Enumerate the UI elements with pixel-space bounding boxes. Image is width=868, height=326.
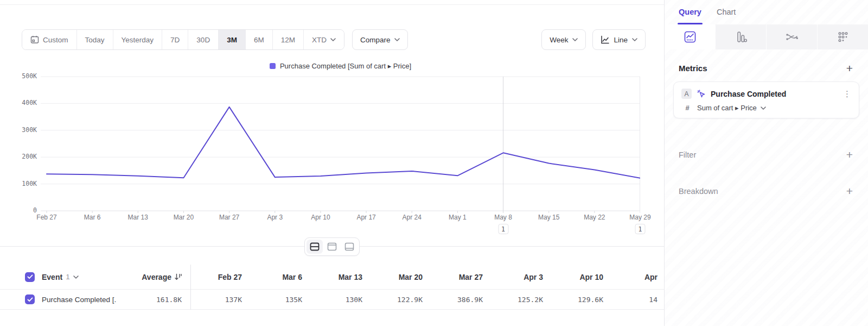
range-label: Custom [43, 36, 68, 44]
range-label: 30D [196, 36, 210, 44]
x-axis-label: Mar 27 [219, 214, 239, 221]
range-12m-button[interactable]: 12M [272, 30, 303, 49]
range-label: XTD [312, 36, 327, 44]
chevron-down-icon [394, 38, 400, 41]
event-count: 1 [66, 273, 70, 281]
filter-title: Filter [679, 151, 696, 159]
table-column-divider [190, 265, 191, 310]
range-custom-button[interactable]: Custom [22, 30, 76, 49]
chart-type-retention-button[interactable] [818, 24, 868, 49]
row-values: 137K 135K 130K 122.9K 386.9K 125.2K 129.… [190, 296, 658, 304]
metric-letter-badge: A [681, 89, 692, 99]
x-axis-label: Mar 20 [174, 214, 194, 221]
metric-card[interactable]: A Purchase Completed ⋮ # Sum of cart ▸ P… [673, 82, 859, 118]
metrics-title: Metrics [679, 64, 707, 73]
x-axis-label: May 15 [538, 214, 559, 221]
average-column-header[interactable]: Average [117, 273, 182, 281]
annotation-badge[interactable]: 1 [498, 224, 508, 234]
event-cursor-icon [697, 89, 706, 98]
breakdown-title: Breakdown [679, 187, 718, 196]
x-axis-label: May 8 [494, 214, 512, 221]
select-all-checkbox[interactable] [25, 272, 35, 282]
row-checkbox[interactable] [25, 294, 35, 304]
range-label: 12M [281, 36, 295, 44]
cell-value: 130K [302, 296, 362, 304]
tab-chart[interactable]: Chart [717, 8, 736, 24]
x-axis-label: Feb 27 [36, 214, 56, 221]
range-xtd-button[interactable]: XTD [303, 30, 344, 49]
retention-icon [837, 31, 849, 43]
aggregation-selector[interactable]: Sum of cart ▸ Price [697, 104, 766, 112]
table-row: Purchase Completed [... 161.8K 137K 135K… [0, 290, 664, 310]
add-breakdown-button[interactable]: + [846, 185, 853, 197]
event-column-header[interactable]: Event 1 [42, 273, 79, 281]
compare-button[interactable]: Compare [352, 29, 409, 50]
aggregation-label: Sum of cart ▸ Price [697, 104, 757, 112]
tab-query[interactable]: Query [679, 8, 701, 24]
range-label: 3M [227, 36, 237, 44]
cell-value: 125.2K [483, 296, 543, 304]
range-30d-button[interactable]: 30D [188, 30, 218, 49]
range-label: 6M [254, 36, 264, 44]
granularity-button[interactable]: Week [541, 29, 586, 50]
x-axis-label: May 22 [584, 214, 605, 221]
chevron-down-icon [572, 38, 578, 41]
metric-menu-button[interactable]: ⋮ [843, 90, 851, 98]
column-header: Mar 20 [362, 273, 423, 281]
x-axis-label: Apr 17 [356, 214, 375, 221]
layout-toggle [304, 237, 360, 256]
funnels-icon [735, 31, 747, 43]
add-metric-button[interactable]: + [846, 62, 853, 74]
column-header: Mar 27 [423, 273, 483, 281]
range-today-button[interactable]: Today [76, 30, 113, 49]
chevron-down-icon [761, 106, 766, 110]
query-panel: Query Chart [664, 0, 868, 326]
y-axis-label: 500K [8, 72, 37, 80]
layout-table-only-button[interactable] [341, 240, 358, 254]
cell-value: 137K [190, 296, 242, 304]
chevron-down-icon [73, 275, 79, 279]
cell-value: 122.9K [362, 296, 423, 304]
range-yesterday-button[interactable]: Yesterday [113, 30, 162, 49]
add-filter-button[interactable]: + [846, 149, 853, 160]
annotation-badge[interactable]: 1 [635, 224, 646, 234]
chart-legend[interactable]: Purchase Completed [Sum of cart ▸ Price] [41, 62, 640, 70]
x-axis-label: Apr 10 [311, 214, 330, 221]
layout-split-button[interactable] [307, 240, 323, 254]
x-axis-label: May 1 [449, 214, 467, 221]
date-range-control: Custom Today Yesterday 7D 30D 3M 6M 12M … [22, 29, 344, 50]
x-axis-label: Apr 24 [403, 214, 422, 221]
range-3m-button[interactable]: 3M [218, 30, 245, 49]
row-average-value: 161.8K [156, 296, 182, 304]
row-event-name: Purchase Completed [... [42, 296, 117, 304]
granularity-label: Week [550, 36, 568, 44]
chart-type-funnels-button[interactable] [716, 24, 766, 49]
x-axis-label: Mar 13 [128, 214, 148, 221]
chart-style-button[interactable]: Line [592, 29, 646, 50]
range-6m-button[interactable]: 6M [245, 30, 272, 49]
chevron-down-icon [330, 38, 336, 41]
top-divider [0, 4, 664, 5]
chart-type-insights-button[interactable] [665, 24, 715, 49]
compare-label: Compare [360, 36, 391, 44]
filter-section-header: Filter + [665, 149, 868, 160]
table-header-row: Event 1 Average Feb 27 M [0, 265, 664, 290]
metrics-section-header: Metrics + [665, 62, 868, 74]
range-label: 7D [170, 36, 180, 44]
app-root: Custom Today Yesterday 7D 30D 3M 6M 12M … [0, 0, 868, 326]
y-axis-label: 300K [8, 126, 37, 134]
chart-type-flows-button[interactable] [767, 24, 817, 49]
flows-icon [786, 31, 799, 43]
legend-swatch [270, 63, 276, 69]
event-label: Event [42, 273, 62, 281]
y-axis-label: 0 [8, 206, 37, 214]
plot-area[interactable] [41, 75, 640, 213]
column-header: Mar 6 [242, 273, 302, 281]
date-columns-header: Feb 27 Mar 6 Mar 13 Mar 20 Mar 27 Apr 3 … [190, 273, 658, 281]
chart-type-switcher [665, 24, 868, 49]
layout-chart-only-button[interactable] [324, 240, 340, 254]
legend-label: Purchase Completed [Sum of cart ▸ Price] [280, 62, 411, 70]
series-line[interactable] [47, 107, 640, 178]
range-7d-button[interactable]: 7D [162, 30, 188, 49]
column-header: Apr 10 [543, 273, 603, 281]
